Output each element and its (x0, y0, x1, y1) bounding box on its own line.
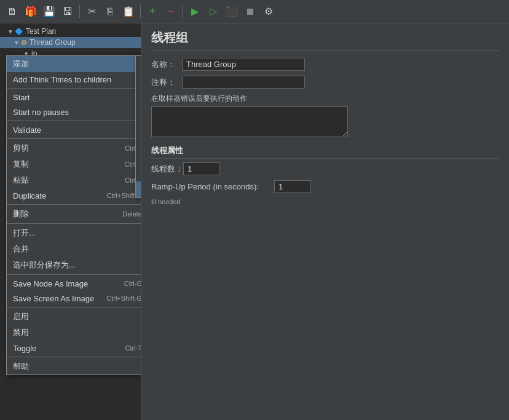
ctx-think-label: Add Think Times to children (13, 75, 111, 84)
plus-button[interactable]: + (144, 3, 161, 20)
sub-sampler[interactable]: Sampler ▶ (136, 56, 141, 71)
ctx-save-selected-label: 选中部分保存为... (13, 260, 76, 271)
ctx-enable-label: 启用 (13, 311, 29, 322)
minus-button[interactable]: − (162, 3, 180, 20)
separator-3 (183, 5, 183, 18)
separator-2 (140, 5, 141, 18)
ctx-merge[interactable]: 合并 (7, 241, 141, 257)
ctx-save-screen-img[interactable]: Save Screen As Image Ctrl+Shift-G (7, 291, 141, 306)
ctx-add[interactable]: 添加 ▶ (7, 56, 141, 72)
thread-count-row: 线程数： (151, 162, 499, 175)
ctx-help-label: 帮助 (13, 361, 29, 372)
threadgroup-icon: ⚙ (21, 39, 27, 47)
sub-post[interactable]: 后置处理器 ▶ (136, 103, 141, 119)
cut-button[interactable]: ✂ (83, 3, 100, 20)
tree-item-testplan[interactable]: ▼ 🔷 Test Plan (0, 26, 141, 37)
ctx-add-label: 添加 (13, 58, 29, 69)
rampup-input[interactable] (274, 180, 311, 193)
sub-logic[interactable]: 逻辑控制器 ▶ (136, 71, 141, 87)
sub-pre[interactable]: 前置处理器 ▶ (136, 87, 141, 103)
rampup-label: Ramp-Up Period (in seconds): (151, 182, 274, 191)
sub-timer[interactable]: 定时器 ▶ (136, 135, 141, 151)
name-input[interactable] (182, 58, 305, 71)
ctx-save-screen-shortcut: Ctrl+Shift-G (106, 295, 141, 302)
thread-section-title: 线程属性 (151, 145, 499, 159)
new-button[interactable]: 🗎 (4, 3, 21, 20)
ctx-open[interactable]: 打开... (7, 225, 141, 241)
ctx-save-selected[interactable]: 选中部分保存为... (7, 257, 141, 273)
main-layout: ▼ 🔷 Test Plan ▼ ⚙ Thread Group ✦ ip 📊 察看… (0, 23, 509, 420)
ctx-paste[interactable]: 粘贴 Ctrl-V (7, 172, 141, 188)
ctx-validate-label: Validate (13, 125, 41, 135)
ctx-toggle[interactable]: Toggle Ctrl-T (7, 341, 141, 355)
ctx-toggle-shortcut: Ctrl-T (125, 344, 141, 352)
name-label: 名称： (151, 59, 182, 70)
ctx-merge-label: 合并 (13, 244, 29, 255)
ctx-enable[interactable]: 启用 (7, 309, 141, 325)
comment-row: 注释： (151, 76, 499, 89)
open-button[interactable]: 🎁 (22, 3, 39, 20)
ctx-toggle-label: Toggle (13, 344, 36, 353)
divider-8 (7, 357, 141, 357)
ctx-cut-label: 剪切 (13, 143, 29, 154)
hint-text: til needed (151, 198, 499, 205)
error-action-textarea[interactable] (151, 106, 348, 137)
tree-item-threadgroup[interactable]: ▼ ⚙ Thread Group (0, 37, 141, 48)
start-nopause-button[interactable]: ▷ (205, 3, 222, 20)
ctx-open-label: 打开... (13, 228, 36, 239)
copy-button[interactable]: ⎘ (101, 3, 119, 20)
settings-button[interactable]: ⚙ (260, 3, 277, 20)
stop-button[interactable]: ⬛ (223, 3, 240, 20)
sub-config[interactable]: 配置元件 ▶ (136, 165, 141, 181)
toolbar: 🗎 🎁 💾 🖫 ✂ ⎘ 📋 + − ▶ ▷ ⬛ ⏹ ⚙ (0, 0, 509, 23)
right-panel: 线程组 名称： 注释： 在取样器错误后要执行的动作 线程属性 线程数： Ramp… (141, 23, 509, 420)
divider-7 (7, 307, 141, 307)
comment-input[interactable] (182, 76, 305, 89)
left-panel: ▼ 🔷 Test Plan ▼ ⚙ Thread Group ✦ ip 📊 察看… (0, 23, 141, 420)
paste-button[interactable]: 📋 (120, 3, 137, 20)
divider-1 (7, 88, 141, 89)
ctx-start-label: Start (13, 93, 30, 102)
rampup-row: Ramp-Up Period (in seconds): (151, 180, 499, 193)
divider-4 (7, 204, 141, 205)
ctx-cut[interactable]: 剪切 Ctrl-X (7, 140, 141, 156)
thread-count-label: 线程数： (151, 164, 183, 175)
ctx-start-nopause[interactable]: Start no pauses (7, 105, 141, 119)
ctx-duplicate[interactable]: Duplicate Ctrl+Shift-C (7, 188, 141, 203)
sub-listener[interactable]: 监听器 ▶ (136, 181, 141, 197)
ctx-save-screen-label: Save Screen As Image (13, 294, 94, 303)
shutdown-button[interactable]: ⏹ (242, 3, 259, 20)
expand-arrow: ▼ (7, 28, 14, 35)
error-action-section: 在取样器错误后要执行的动作 (151, 93, 499, 139)
saveall-button[interactable]: 🖫 (59, 3, 76, 20)
sub-fragment[interactable]: Test Fragment ▶ (136, 151, 141, 165)
tree-label-testplan: Test Plan (26, 27, 56, 36)
ctx-start[interactable]: Start (7, 90, 141, 105)
divider-2 (7, 121, 141, 121)
expand-arrow2: ▼ (14, 39, 20, 46)
ctx-help[interactable]: 帮助 (7, 359, 141, 374)
name-row: 名称： (151, 58, 499, 71)
divider-5 (7, 223, 141, 224)
testplan-icon: 🔷 (15, 28, 23, 36)
comment-label: 注释： (151, 77, 182, 88)
thread-count-input[interactable] (183, 162, 220, 175)
divider-6 (7, 274, 141, 275)
ctx-disable-label: 禁用 (13, 327, 29, 338)
start-button[interactable]: ▶ (186, 3, 203, 20)
separator-1 (79, 5, 80, 18)
ctx-save-node-img[interactable]: Save Node As Image Ctrl-G (7, 276, 141, 291)
ctx-think-times[interactable]: Add Think Times to children (7, 72, 141, 87)
sub-assert[interactable]: 断言 ▶ (136, 119, 141, 135)
ctx-disable[interactable]: 禁用 (7, 325, 141, 341)
ctx-delete[interactable]: 删除 Delete (7, 206, 141, 222)
save-button[interactable]: 💾 (41, 3, 58, 20)
tree-label-threadgroup: Thread Group (30, 38, 76, 47)
ctx-validate[interactable]: Validate (7, 122, 141, 137)
submenu-add: Sampler ▶ 逻辑控制器 ▶ 前置处理器 ▶ 后置处理器 ▶ 断言 ▶ 定… (135, 55, 141, 198)
ctx-paste-label: 粘贴 (13, 175, 29, 186)
ctx-save-node-label: Save Node As Image (13, 279, 88, 288)
ctx-copy[interactable]: 复制 Ctrl-C (7, 156, 141, 172)
context-menu: 添加 ▶ Add Think Times to children Start S… (6, 55, 141, 375)
error-action-label: 在取样器错误后要执行的动作 (151, 93, 499, 104)
